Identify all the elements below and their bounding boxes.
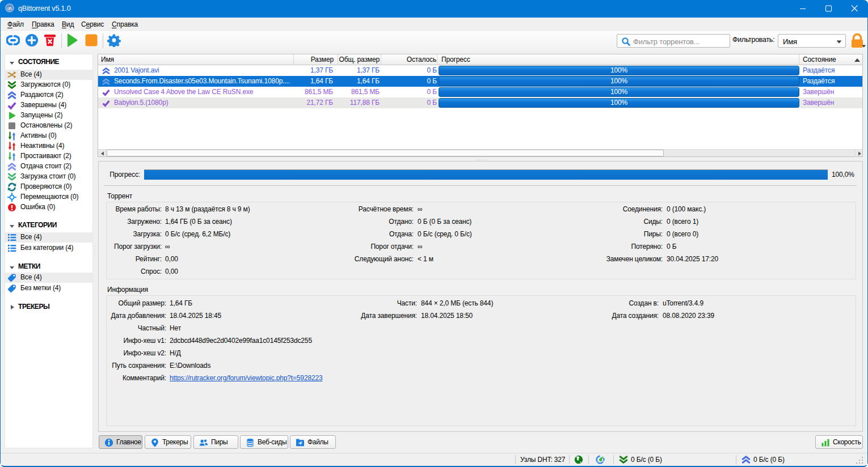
svg-text:qb: qb	[7, 6, 12, 11]
